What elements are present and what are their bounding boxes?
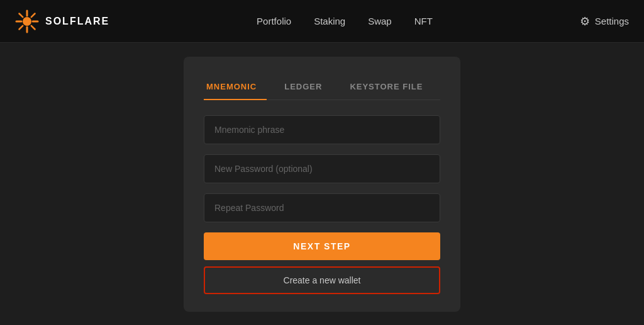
logo-icon bbox=[15, 9, 39, 33]
settings-label: Settings bbox=[595, 16, 629, 26]
settings-area[interactable]: ⚙ Settings bbox=[580, 14, 629, 28]
create-wallet-button[interactable]: Create a new wallet bbox=[204, 266, 440, 294]
tab-ledger[interactable]: LEDGER bbox=[282, 77, 332, 100]
mnemonic-input[interactable] bbox=[204, 115, 440, 144]
next-step-button[interactable]: NEXT STEP bbox=[204, 232, 440, 260]
tab-keystore[interactable]: KEYSTORE FILE bbox=[347, 77, 433, 100]
svg-line-5 bbox=[19, 13, 23, 17]
nav-staking[interactable]: Staking bbox=[314, 16, 345, 26]
nav-portfolio[interactable]: Portfolio bbox=[257, 16, 291, 26]
mnemonic-input-group bbox=[204, 115, 440, 144]
logo-area: SOLFLARE bbox=[15, 9, 109, 33]
svg-line-6 bbox=[31, 25, 35, 29]
gear-icon: ⚙ bbox=[580, 14, 590, 28]
svg-line-8 bbox=[19, 25, 23, 29]
tab-bar: MNEMONIC LEDGER KEYSTORE FILE bbox=[204, 77, 440, 100]
new-password-input[interactable] bbox=[204, 154, 440, 183]
repeat-password-input-group bbox=[204, 193, 440, 222]
tab-mnemonic[interactable]: MNEMONIC bbox=[204, 77, 267, 100]
nav-nft[interactable]: NFT bbox=[414, 16, 433, 26]
svg-point-0 bbox=[23, 17, 31, 26]
password-input-group bbox=[204, 154, 440, 183]
svg-line-7 bbox=[31, 13, 35, 17]
logo-text: SOLFLARE bbox=[45, 16, 109, 27]
repeat-password-input[interactable] bbox=[204, 193, 440, 222]
nav-swap[interactable]: Swap bbox=[368, 16, 392, 26]
wallet-card: MNEMONIC LEDGER KEYSTORE FILE NEXT STEP … bbox=[184, 57, 460, 312]
main-content: MNEMONIC LEDGER KEYSTORE FILE NEXT STEP … bbox=[0, 43, 644, 325]
header: SOLFLARE Portfolio Staking Swap NFT ⚙ Se… bbox=[0, 0, 644, 43]
nav-center: Portfolio Staking Swap NFT bbox=[257, 16, 433, 26]
